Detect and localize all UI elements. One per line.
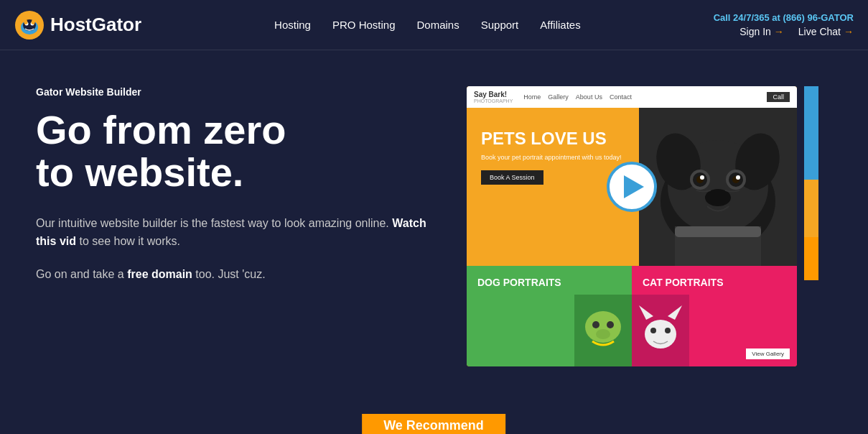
logo[interactable]: HostGator: [14, 10, 141, 40]
live-chat-text: Live Chat: [798, 26, 841, 37]
deco-blue: [804, 86, 818, 180]
we-recommend-badge: We Recommend: [362, 414, 505, 434]
hero-title-line2: to website.: [36, 149, 243, 195]
hero-title: Go from zero to website.: [36, 109, 438, 194]
nav-hosting[interactable]: Hosting: [274, 19, 311, 31]
preview-book-btn: Book A Session: [481, 170, 543, 185]
preview-cat-portraits: CAT PORTRAITS View Gallery: [632, 266, 797, 366]
svg-point-26: [607, 321, 614, 328]
header-right: Call 24/7/365 at (866) 96-GATOR Sign In …: [714, 12, 854, 37]
logo-text: HostGator: [50, 14, 141, 36]
play-button[interactable]: [607, 162, 657, 212]
preview-dog-portraits: DOG PORTRAITS: [467, 266, 632, 366]
free-domain-text: free domain: [127, 268, 192, 280]
preview-bottom: DOG PORTRAITS CAT PORT: [467, 266, 797, 366]
preview-nav-home: Home: [523, 93, 541, 101]
preview-brand-name: Say Bark!: [474, 91, 513, 98]
nav-affiliates[interactable]: Affiliates: [540, 19, 580, 31]
svg-point-27: [596, 329, 610, 339]
preview-nav-links: Home Gallery About Us Contact: [523, 93, 632, 101]
hero-desc2-after: too. Just 'cuz.: [192, 268, 266, 280]
main-nav: Hosting PRO Hosting Domains Support Affi…: [274, 19, 581, 31]
preview-nav-gallery: Gallery: [548, 93, 569, 101]
preview-hero-sub: Book your pet portrait appointment with …: [481, 154, 783, 161]
hero-title-line1: Go from zero: [36, 107, 286, 152]
gator-label: Gator Website Builder: [36, 86, 438, 98]
deco-yellow: [804, 180, 818, 237]
svg-point-25: [592, 321, 599, 328]
main-section: Gator Website Builder Go from zero to we…: [0, 50, 868, 434]
sign-in-arrow: →: [774, 26, 784, 37]
svg-point-32: [650, 328, 656, 333]
preview-nav: Say Bark! PHOTOGRAPHY Home Gallery About…: [467, 86, 797, 108]
cat-portrait-svg: [632, 295, 689, 366]
live-chat-link[interactable]: Live Chat →: [798, 26, 854, 37]
preview-hero-heading: PETS LOVE US: [481, 129, 783, 148]
nav-pro-hosting[interactable]: PRO Hosting: [332, 19, 396, 31]
view-gallery-btn[interactable]: View Gallery: [746, 348, 790, 359]
hero-description-2: Go on and take a free domain too. Just '…: [36, 265, 438, 284]
dog-portrait-svg: [574, 295, 632, 366]
header-actions: Sign In → Live Chat →: [739, 26, 854, 37]
hero-description: Our intuitive website builder is the fas…: [36, 214, 438, 251]
nav-support[interactable]: Support: [481, 19, 519, 31]
side-decoration: [804, 86, 818, 280]
preview-nav-about: About Us: [576, 93, 602, 101]
preview-call-btn: Call: [767, 92, 790, 102]
website-preview: Say Bark! PHOTOGRAPHY Home Gallery About…: [467, 86, 797, 366]
preview-hero: PETS LOVE US Book your pet portrait appo…: [467, 108, 797, 266]
hero-desc2-before: Go on and take a: [36, 268, 127, 280]
call-info: Call 24/7/365 at (866) 96-GATOR: [714, 12, 854, 23]
sign-in-text: Sign In: [739, 26, 771, 37]
hero-desc-before: Our intuitive website builder is the fas…: [36, 217, 392, 229]
hostgator-logo-icon: [14, 10, 45, 40]
deco-orange: [804, 237, 818, 280]
cat-portraits-title: CAT PORTRAITS: [643, 277, 786, 289]
right-content: Say Bark! PHOTOGRAPHY Home Gallery About…: [467, 79, 811, 434]
dog-portraits-title: DOG PORTRAITS: [477, 277, 621, 289]
preview-nav-contact: Contact: [610, 93, 632, 101]
call-text: Call 24/7/365 at: [714, 12, 780, 23]
hero-desc-after: to see how it works.: [76, 235, 180, 247]
call-number[interactable]: (866) 96-GATOR: [783, 12, 854, 23]
preview-brand: Say Bark! PHOTOGRAPHY: [474, 91, 513, 103]
preview-brand-sub: PHOTOGRAPHY: [474, 98, 513, 103]
sign-in-link[interactable]: Sign In →: [739, 26, 784, 37]
preview-inner: Say Bark! PHOTOGRAPHY Home Gallery About…: [467, 86, 797, 366]
play-icon: [624, 175, 644, 198]
left-content: Gator Website Builder Go from zero to we…: [36, 79, 438, 434]
header: HostGator Hosting PRO Hosting Domains Su…: [0, 0, 868, 50]
svg-point-33: [665, 328, 671, 333]
nav-domains[interactable]: Domains: [417, 19, 459, 31]
live-chat-arrow: →: [844, 26, 854, 37]
